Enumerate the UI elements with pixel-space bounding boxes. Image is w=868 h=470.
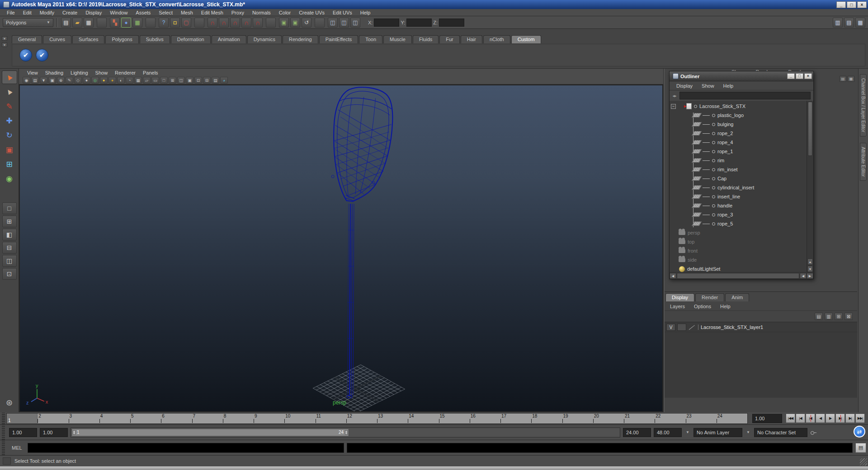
shelf-tab[interactable]: Subdivs <box>140 35 170 43</box>
output-connections-icon[interactable]: ▣ <box>290 18 300 28</box>
scale-tool[interactable]: ▣ <box>2 143 17 156</box>
image-plane-icon[interactable]: ▣ <box>48 77 56 84</box>
motion-blur-icon[interactable]: ◔ <box>126 77 133 84</box>
chevron-down-icon[interactable]: ▼ <box>745 430 751 434</box>
frame-cell[interactable]: 19 <box>562 414 593 423</box>
open-scene-icon[interactable]: ▰ <box>72 18 82 28</box>
minimize-button[interactable]: _ <box>836 1 846 8</box>
shelf-tab[interactable]: Dynamics <box>247 35 282 43</box>
layer-type-toggle[interactable] <box>677 324 686 331</box>
frame-cell[interactable]: 18 <box>531 414 562 423</box>
outliner-item[interactable]: Cap <box>670 174 807 183</box>
shaded-icon[interactable]: ● <box>83 77 90 84</box>
outliner-camera-item[interactable]: top <box>670 237 807 246</box>
help-highlight-icon[interactable]: ? <box>159 18 169 28</box>
frame-cell[interactable]: 3 <box>69 414 99 423</box>
single-pane-layout-button[interactable]: □ <box>2 202 17 214</box>
rotate-tool[interactable]: ↻ <box>2 128 17 142</box>
outliner-menu-item[interactable]: Help <box>719 83 738 89</box>
shelf-tab[interactable]: General <box>12 35 42 43</box>
menu-item[interactable]: Edit <box>19 10 36 15</box>
resize-grip[interactable] <box>860 458 867 465</box>
pane-menu-icon[interactable]: ▤ <box>840 76 846 82</box>
outliner-item[interactable]: rope_3 <box>670 210 807 219</box>
snap-projected-center-icon[interactable]: ∩ <box>241 18 251 28</box>
shelf-tab[interactable]: Fluids <box>413 35 439 43</box>
hud-icon[interactable]: ▤ <box>212 77 219 84</box>
outliner-root-row[interactable]: − Lacrosse_Stick_STX <box>670 102 807 111</box>
current-frame-marker[interactable]: 1 <box>7 414 38 423</box>
layer-visibility-toggle[interactable]: V <box>666 324 675 331</box>
menu-item[interactable]: Create <box>58 10 81 15</box>
outliner-minimize-button[interactable]: _ <box>787 73 795 79</box>
layer-editor-tab[interactable]: Anim <box>725 293 749 301</box>
outliner-item[interactable]: rim_inset <box>670 165 807 174</box>
collapse-icon[interactable]: − <box>671 104 676 109</box>
shelf-tab[interactable]: Polygons <box>105 35 138 43</box>
playback-start-field[interactable]: 1.00 <box>40 428 68 437</box>
z-input[interactable] <box>439 19 464 27</box>
viewport-menu-item[interactable]: Lighting <box>67 70 92 75</box>
menu-item[interactable]: Mesh <box>177 10 197 15</box>
close-button[interactable]: × <box>857 1 867 8</box>
persp-outliner-layout-button[interactable]: ◧ <box>2 229 17 240</box>
2d-pan-zoom-icon[interactable]: ⊕ <box>57 77 65 84</box>
step-back-key-button[interactable]: |◀ <box>806 414 815 423</box>
menu-item[interactable]: Assets <box>132 10 155 15</box>
side-tab[interactable]: Attribute Editor <box>860 143 867 181</box>
outliner-camera-item[interactable]: side <box>670 255 807 264</box>
ground-grid-plane[interactable] <box>313 365 405 411</box>
shelf-tab[interactable]: Muscle <box>383 35 412 43</box>
outliner-menu-item[interactable]: Display <box>672 83 697 89</box>
outliner-item[interactable]: rope_4 <box>670 138 807 147</box>
frame-cell[interactable]: 10 <box>284 414 315 423</box>
layer-editor-menu-item[interactable]: Options <box>690 303 715 310</box>
grease-pencil-icon[interactable]: ✎ <box>66 77 73 84</box>
camera-attributes-icon[interactable]: ▤ <box>31 77 39 84</box>
mel-label[interactable]: MEL <box>9 445 25 451</box>
layer-editor-tab[interactable]: Display <box>665 293 694 301</box>
divider[interactable] <box>194 18 204 28</box>
select-component-icon[interactable]: ▦ <box>132 18 142 28</box>
current-time-field[interactable]: 1.00 <box>752 414 782 423</box>
show-channel-box-icon[interactable]: ▥ <box>833 18 843 28</box>
shelf-tab[interactable]: Custom <box>511 35 541 43</box>
two-pane-stacked-layout-button[interactable]: ⊟ <box>2 242 17 254</box>
shelf-tab[interactable]: Curves <box>43 35 71 43</box>
lock-selection-icon[interactable]: ◘ <box>170 18 180 28</box>
select-hierarchy-icon[interactable]: ▚ <box>110 18 120 28</box>
menu-item[interactable]: File <box>3 10 19 15</box>
outliner-close-button[interactable]: × <box>804 73 812 79</box>
drag-handle[interactable] <box>2 413 5 424</box>
shadows-icon[interactable]: ● <box>108 77 116 84</box>
viewport-menu-item[interactable]: Panels <box>139 70 162 75</box>
frame-cell[interactable]: 23 <box>686 414 717 423</box>
help-line-toggle[interactable] <box>3 457 11 465</box>
character-set-dropdown[interactable]: No Character Set <box>754 428 807 437</box>
use-all-lights-icon[interactable]: ● <box>100 77 108 84</box>
layer-row[interactable]: V Lacrosse_Stick_STX_layer1 <box>665 322 857 332</box>
outliner-menu-item[interactable]: Show <box>698 83 718 89</box>
shelf-tab[interactable]: Toon <box>359 35 382 43</box>
layer-editor-menu-item[interactable]: Help <box>717 303 734 310</box>
scroll-left-icon[interactable]: ◀ <box>670 273 676 279</box>
outliner-item[interactable]: rope_2 <box>670 129 807 138</box>
input-connections-icon[interactable]: ▣ <box>279 18 289 28</box>
shelf-tab[interactable]: nCloth <box>483 35 510 43</box>
shelf-tab[interactable]: Deformation <box>171 35 211 43</box>
two-pane-side-layout-button[interactable]: ◫ <box>2 255 17 267</box>
mel-command-input[interactable] <box>28 443 344 453</box>
outliner-item[interactable]: insert_line <box>670 192 807 201</box>
layer-editor-tab[interactable]: Render <box>695 293 724 301</box>
outliner-search-input[interactable] <box>679 92 811 99</box>
select-object-icon[interactable]: ● <box>121 18 131 28</box>
xray-joints-icon[interactable]: ▭ <box>151 77 159 84</box>
menu-item[interactable]: Window <box>106 10 132 15</box>
frame-cell[interactable]: 7 <box>192 414 223 423</box>
viewport-menu-item[interactable]: Shading <box>42 70 67 75</box>
frame-cell[interactable]: 4 <box>99 414 130 423</box>
field-chart-icon[interactable]: ⊞ <box>169 77 176 84</box>
scroll-left-icon[interactable]: ◀ <box>800 273 807 279</box>
frame-cell[interactable]: 12 <box>346 414 377 423</box>
menu-item[interactable]: Help <box>356 10 375 15</box>
